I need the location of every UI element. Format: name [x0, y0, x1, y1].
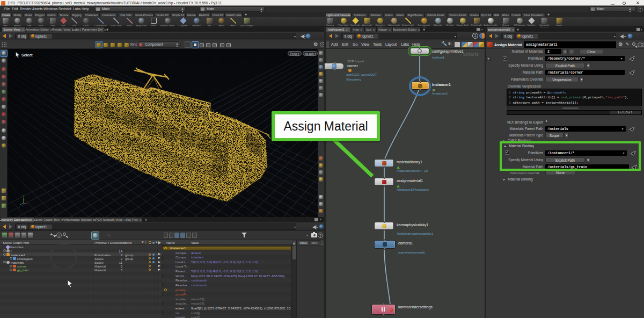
- svg-text:Y: Y: [23, 194, 25, 198]
